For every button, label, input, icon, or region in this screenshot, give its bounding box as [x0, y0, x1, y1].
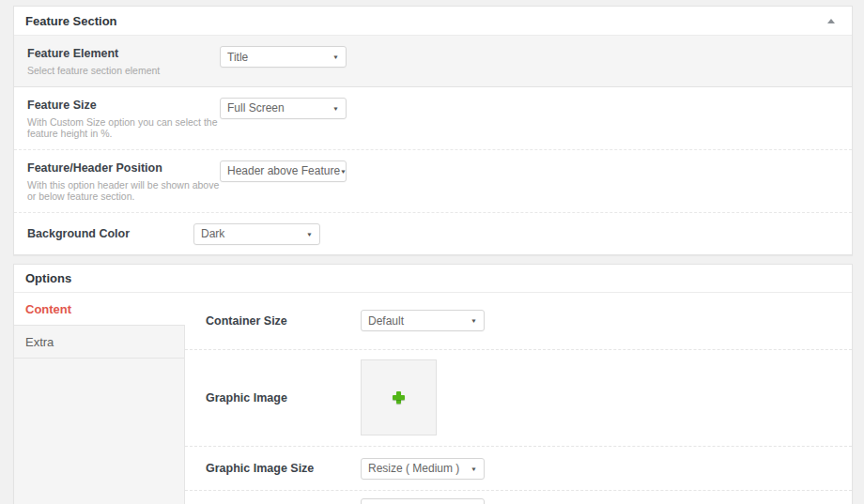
field-info: Background Color: [27, 226, 193, 241]
options-body: Content Extra Container Size Default ▼ G…: [14, 293, 852, 504]
background-color-select[interactable]: Dark ▼: [193, 223, 320, 245]
select-value: Full Screen: [227, 101, 285, 115]
caret-up-icon: [827, 19, 835, 23]
field-info: Feature Size With Custom Size option you…: [27, 98, 220, 140]
field-info: Feature Element Select feature section e…: [27, 46, 220, 77]
field-label: Feature/Header Position: [27, 160, 220, 176]
background-color-row: Background Color Dark ▼: [14, 213, 852, 254]
graphic-image-row: Graphic Image: [185, 350, 852, 447]
options-content: Container Size Default ▼ Graphic Image G…: [185, 293, 852, 504]
tab-content[interactable]: Content: [14, 293, 185, 325]
select-value: Title: [227, 51, 248, 64]
select-value: Header above Feature: [227, 164, 340, 177]
field-description: With Custom Size option you can select t…: [27, 116, 220, 140]
feature-header-position-row: Feature/Header Position With this option…: [14, 150, 852, 213]
select-value: Dark: [201, 227, 224, 240]
collapse-button[interactable]: [822, 13, 841, 28]
graphic-image-size-select[interactable]: Resize ( Medium ) ▼: [361, 458, 485, 480]
caret-down-icon: ▼: [471, 466, 477, 471]
feature-section-header[interactable]: Feature Section: [14, 7, 852, 36]
feature-section-title: Feature Section: [25, 14, 117, 28]
container-size-select[interactable]: Default ▼: [361, 310, 485, 331]
field-label: Container Size: [206, 314, 361, 328]
tabs-column-filler: [14, 359, 185, 504]
feature-size-row: Feature Size With Custom Size option you…: [14, 87, 852, 150]
field-label: Graphic Image: [206, 391, 361, 405]
plus-icon: [393, 391, 405, 404]
options-panel: Options Content Extra Container Size Def…: [13, 264, 853, 504]
graphic-image-upload[interactable]: [361, 359, 437, 435]
options-title: Options: [25, 271, 71, 285]
field-info: Feature/Header Position With this option…: [27, 160, 220, 203]
feature-size-select[interactable]: Full Screen ▼: [220, 98, 347, 119]
options-header[interactable]: Options: [14, 265, 852, 293]
feature-element-row: Feature Element Select feature section e…: [14, 36, 852, 87]
caret-down-icon: ▼: [340, 168, 347, 174]
options-tabs: Content Extra: [14, 293, 185, 504]
page-background: { "colors": { "accent_red": "#e2574c", "…: [0, 0, 864, 504]
caret-down-icon: ▼: [471, 317, 477, 323]
graphic-image-max-height-input[interactable]: [361, 498, 485, 504]
graphic-image-max-height-row: Graphic Image Max Height: [185, 491, 852, 504]
field-description: Select feature section element: [27, 65, 220, 77]
feature-section-body: Feature Element Select feature section e…: [14, 36, 852, 254]
graphic-image-size-row: Graphic Image Size Resize ( Medium ) ▼: [185, 447, 852, 491]
feature-section-panel: Feature Section Feature Element Select f…: [13, 6, 853, 255]
feature-header-position-select[interactable]: Header above Feature ▼: [220, 160, 347, 182]
field-description: With this option header will be shown ab…: [27, 179, 220, 203]
feature-element-select[interactable]: Title ▼: [220, 46, 347, 68]
container-size-row: Container Size Default ▼: [185, 293, 852, 350]
select-value: Resize ( Medium ): [368, 462, 459, 475]
tab-extra[interactable]: Extra: [14, 325, 185, 359]
field-label: Background Color: [27, 226, 193, 241]
caret-down-icon: ▼: [332, 53, 339, 59]
caret-down-icon: ▼: [306, 231, 313, 237]
caret-down-icon: ▼: [332, 105, 339, 111]
select-value: Default: [368, 314, 404, 328]
field-label: Feature Element: [27, 46, 220, 61]
field-label: Feature Size: [27, 98, 220, 113]
field-label: Graphic Image Size: [206, 462, 361, 475]
